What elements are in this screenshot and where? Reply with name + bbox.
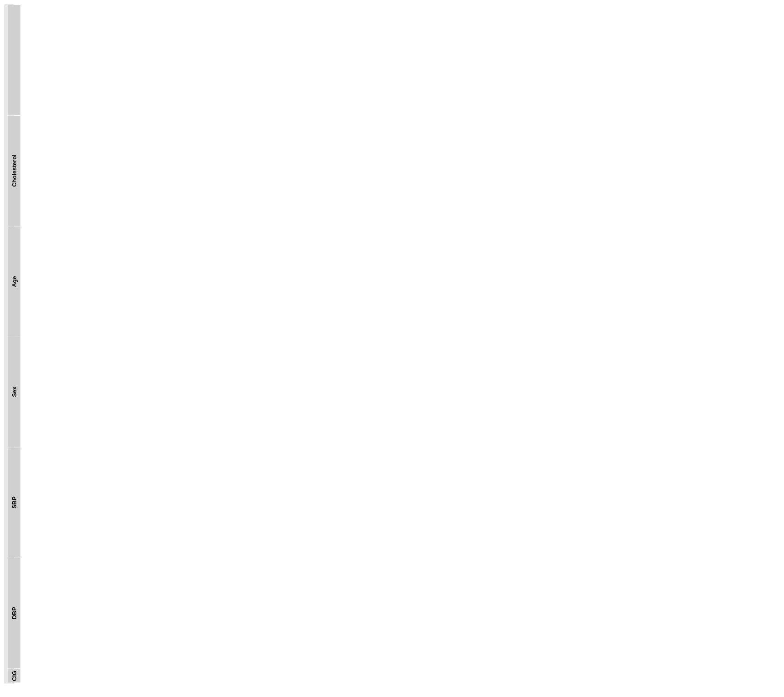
row-label-age: Age: [8, 226, 20, 337]
row-label-cig: CIG: [8, 669, 20, 682]
row-label-cholesterol: Cholesterol: [8, 116, 20, 226]
chart-container: Cholesterol Age Sex SBP DBP CIG 0.0000: [0, 0, 784, 697]
corner-top-right: [8, 5, 20, 115]
row-label-sbp: SBP: [8, 447, 20, 558]
row-label-sex: Sex: [8, 337, 20, 447]
row-label-dbp: DBP: [8, 558, 20, 668]
main-grid: Cholesterol Age Sex SBP DBP CIG 0.0000: [5, 5, 14, 683]
